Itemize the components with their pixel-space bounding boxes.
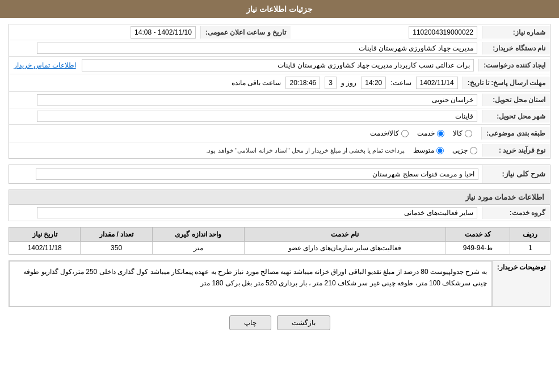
- city-box: قاینات: [37, 111, 477, 122]
- city-value: قاینات: [9, 108, 482, 124]
- purchase-partial: جزیی: [452, 146, 477, 154]
- reply-remaining-box: 20:18:46: [285, 77, 320, 89]
- purchase-type-label: نوع فرآیند خرید :: [482, 144, 550, 157]
- creator-label: ایجاد کننده درخواست:: [478, 59, 550, 71]
- purchase-note: پرداخت تمام یا بخشی از مبلغ خریدار از مح…: [206, 147, 405, 154]
- buyer-description-box: به شرح جدولپیوست 80 درصد از مبلغ نقدیو ا…: [9, 261, 492, 306]
- category-goods-service-label: کالا/خدمت: [370, 129, 399, 137]
- col-code: کد خدمت: [445, 227, 510, 242]
- purchase-partial-radio[interactable]: [470, 147, 477, 154]
- print-button[interactable]: چاپ: [229, 315, 271, 330]
- col-name: نام خدمت: [244, 227, 445, 242]
- service-group-label: گروه خدمت:: [482, 206, 550, 219]
- reply-remaining-label: ساعت باقی مانده: [232, 79, 281, 87]
- need-number-label: شماره نیاز:: [482, 26, 550, 39]
- buyer-description-label: توضیحات خریدار:: [492, 261, 550, 306]
- buyer-name-value: مدیریت جهاد کشاورزی شهرستان قاینات: [9, 40, 482, 56]
- need-number-value: 1102004319000022: [291, 26, 482, 39]
- contact-link[interactable]: اطلاعات تماس خریدار: [14, 61, 76, 69]
- services-section-title: اطلاعات خدمات مورد نیاز: [9, 189, 550, 204]
- cell-date: 1402/11/18: [9, 242, 81, 255]
- buyer-description-content: به شرح جدولپیوست 80 درصد از مبلغ نقدیو ا…: [9, 261, 492, 306]
- reply-time-box: 14:20: [361, 77, 386, 89]
- service-group-value: سایر فعالیت‌های خدماتی: [9, 205, 482, 221]
- category-service-radio[interactable]: [437, 130, 444, 137]
- category-goods: کالا: [453, 129, 472, 137]
- need-description-box: احیا و مرمت قنوات سطح شهرستان: [36, 168, 478, 180]
- service-group-box: سایر فعالیت‌های خدماتی: [37, 207, 477, 218]
- col-date: تاریخ نیاز: [9, 227, 81, 242]
- services-table-section: ردیف کد خدمت نام خدمت واحد اندازه گیری ت…: [9, 227, 550, 255]
- col-unit: واحد اندازه گیری: [152, 227, 244, 242]
- creator-box: برات عدالتی نسب کاربردار مدیریت جهاد کشا…: [82, 59, 474, 71]
- cell-name: فعالیت‌های سایر سازمان‌های دارای عضو: [244, 242, 445, 255]
- reply-deadline-value: 1402/11/14 ساعت: 14:20 روز و 3 20:18:46 …: [9, 74, 463, 91]
- category-service-label: خدمت: [417, 129, 435, 137]
- need-description-section: شرح کلی نیاز: احیا و مرمت قنوات سطح شهرس…: [9, 165, 550, 184]
- purchase-medium-radio[interactable]: [436, 147, 444, 154]
- col-quantity: تعداد / مقدار: [81, 227, 152, 242]
- purchase-medium-label: متوسط: [413, 146, 434, 154]
- purchase-partial-label: جزیی: [452, 146, 468, 154]
- datetime-label: تاریخ و ساعت اعلان عمومی:: [200, 26, 291, 39]
- action-buttons: بازگشت چاپ: [9, 315, 550, 330]
- datetime-box: 1402/11/10 - 14:08: [131, 26, 196, 39]
- creator-value: برات عدالتی نسب کاربردار مدیریت جهاد کشا…: [9, 57, 478, 74]
- category-goods-service: کالا/خدمت: [370, 129, 409, 137]
- category-goods-label: کالا: [453, 129, 463, 137]
- reply-deadline-label: مهلت ارسال پاسخ: تا تاریخ:: [463, 77, 550, 89]
- cell-unit: متر: [152, 242, 244, 255]
- table-row: 1 ط-94-949 فعالیت‌های سایر سازمان‌های دا…: [9, 242, 550, 255]
- category-goods-radio[interactable]: [465, 130, 472, 137]
- need-number-box: 1102004319000022: [409, 26, 477, 39]
- province-label: استان محل تحویل:: [482, 94, 550, 106]
- page-header: جزئیات اطلاعات نیاز: [0, 0, 559, 18]
- buyer-name-box: مدیریت جهاد کشاورزی شهرستان قاینات: [37, 43, 477, 54]
- cell-row: 1: [510, 242, 550, 255]
- category-options: کالا خدمت کالا/خدمت: [9, 125, 481, 142]
- reply-time-label: ساعت:: [390, 79, 411, 87]
- reply-date-box: 1402/11/14: [416, 77, 458, 89]
- category-label: طبقه بندی موضوعی:: [481, 127, 550, 140]
- main-info-section: شماره نیاز: 1102004319000022 تاریخ و ساع…: [9, 24, 550, 159]
- back-button[interactable]: بازگشت: [277, 315, 330, 330]
- purchase-medium: متوسط: [413, 146, 444, 154]
- service-group-section: گروه خدمت: سایر فعالیت‌های خدماتی: [9, 204, 550, 221]
- reply-days-box: 3: [325, 77, 337, 89]
- cell-code: ط-94-949: [445, 242, 510, 255]
- category-goods-service-radio[interactable]: [401, 130, 409, 137]
- datetime-value: 1402/11/10 - 14:08: [9, 26, 200, 39]
- buyer-name-label: نام دستگاه خریدار:: [482, 42, 550, 54]
- need-description-value: احیا و مرمت قنوات سطح شهرستان: [9, 165, 482, 183]
- cell-quantity: 350: [81, 242, 152, 255]
- need-description-label: شرح کلی نیاز:: [482, 165, 550, 183]
- col-row: ردیف: [510, 227, 550, 242]
- province-value: خراسان جنوبی: [9, 92, 482, 108]
- province-box: خراسان جنوبی: [37, 94, 477, 106]
- buyer-description-section: توضیحات خریدار: به شرح جدولپیوست 80 درصد…: [9, 260, 550, 307]
- purchase-type-value: جزیی متوسط پرداخت تمام یا بخشی از مبلغ خ…: [9, 144, 482, 157]
- city-label: شهر محل تحویل:: [482, 110, 550, 123]
- services-table: ردیف کد خدمت نام خدمت واحد اندازه گیری ت…: [9, 227, 550, 255]
- reply-days-label: روز و: [341, 79, 356, 87]
- category-service: خدمت: [417, 129, 444, 137]
